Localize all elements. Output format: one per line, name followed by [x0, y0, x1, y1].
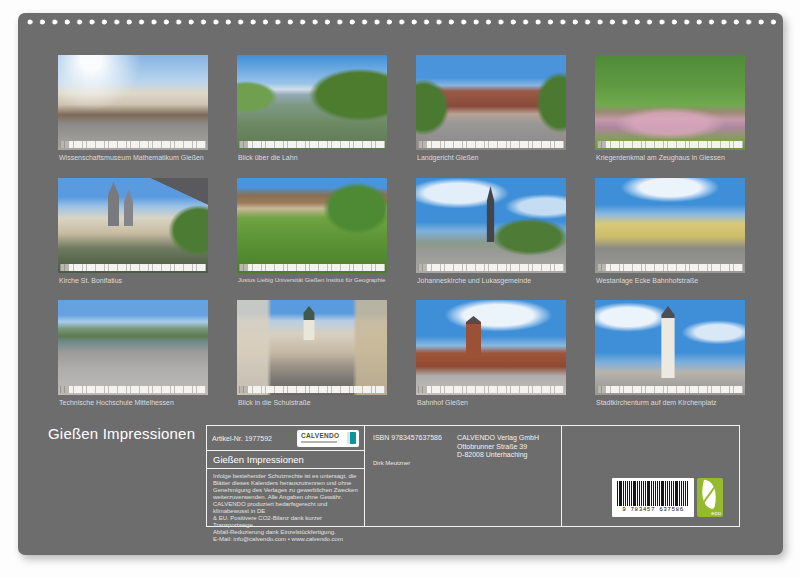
- calendar-page-thumbnail: Stadtkirchenturm auf dem Kirchenplatz: [595, 300, 745, 410]
- artikel-row: Artikel-Nr. 1977592 CALVENDO: [207, 426, 364, 451]
- date-strip: [418, 264, 564, 271]
- calvendo-logo: CALVENDO: [297, 430, 359, 447]
- thumbnail-caption: Blick in die Schulstraße: [238, 399, 311, 406]
- thumbnail-caption: Westanlage Ecke Bahnhofstraße: [596, 277, 698, 284]
- publisher-name: CALVENDO Verlag GmbH: [457, 434, 539, 443]
- barcode-number: 9 783457 637586: [612, 506, 694, 513]
- calendar-title-box: Gießen Impressionen: [207, 451, 364, 469]
- date-strip: [597, 386, 743, 393]
- church-dome-tower-shape: [301, 306, 317, 340]
- thumbnail-caption: Johanneskirche und Lukasgemeinde: [417, 277, 531, 284]
- date-strip: [60, 386, 206, 393]
- thumbnail-photo: [237, 178, 387, 273]
- thumbnail-photo: [595, 55, 745, 150]
- station-tower-shape: [466, 316, 481, 358]
- date-strip: [60, 264, 206, 271]
- thumbnail-photo: [58, 55, 208, 150]
- calvendo-calendar-icon: [347, 432, 356, 445]
- spiral-binding-holes: [25, 17, 776, 27]
- calendar-page-thumbnail: Wissenschaftsmuseum Mathematikum Gießen: [58, 55, 208, 165]
- calendar-page-thumbnail: Kirche St. Bonifatius: [58, 178, 208, 288]
- calvendo-logo-text: CALVENDO: [301, 432, 339, 439]
- date-strip: [60, 141, 206, 148]
- barcode-area: 9 783457 637586 eco: [612, 478, 723, 517]
- thumbnail-photo: [237, 300, 387, 395]
- isbn-text: ISBN 9783457637586: [373, 434, 442, 441]
- calendar-page-thumbnail: Kriegerdenkmal am Zeughaus in Giessen: [595, 55, 745, 165]
- artikel-nr: Artikel-Nr. 1977592: [212, 435, 272, 442]
- church-spire-shape: [124, 190, 133, 226]
- thumbnail-caption: Wissenschaftsmuseum Mathematikum Gießen: [59, 154, 204, 161]
- legal-text: Infolge bestehender Schutzrechte ist es …: [207, 469, 364, 547]
- thumbnail-photo: [58, 300, 208, 395]
- thumbnail-caption: Kirche St. Bonifatius: [59, 277, 122, 284]
- calendar-page-thumbnail: Johanneskirche und Lukasgemeinde: [416, 178, 566, 288]
- publisher-city: D-82008 Unterhaching: [457, 451, 539, 460]
- thumbnail-photo: [595, 300, 745, 395]
- church-spire-shape: [108, 182, 119, 226]
- thumbnail-caption: Kriegerdenkmal am Zeughaus in Giessen: [596, 154, 725, 161]
- calendar-page-thumbnail: Bahnhof Gießen: [416, 300, 566, 410]
- leaf-icon: [698, 480, 719, 510]
- publisher-address: CALVENDO Verlag GmbH Ottobrunner Straße …: [457, 434, 539, 460]
- calendar-page-thumbnail: Blick über die Lahn: [237, 55, 387, 165]
- author-name: Dirk Meutzner: [373, 460, 410, 466]
- calendar-page-thumbnail: Blick in die Schulstraße: [237, 300, 387, 410]
- white-church-tower-shape: [657, 306, 679, 378]
- date-strip: [239, 264, 385, 271]
- eco-label: eco: [711, 510, 721, 516]
- thumbnail-photo: [416, 178, 566, 273]
- calendar-page-thumbnail: Justus Liebig Universität Gießen Institu…: [237, 178, 387, 288]
- thumbnail-caption: Technische Hochschule Mittelhessen: [59, 399, 174, 406]
- eco-logo: eco: [697, 478, 723, 517]
- thumbnail-caption: Blick über die Lahn: [238, 154, 298, 161]
- thumbnail-photo: [595, 178, 745, 273]
- imprint-area: Artikel-Nr. 1977592 CALVENDO Gießen Impr…: [206, 425, 740, 527]
- publisher-street: Ottobrunner Straße 39: [457, 443, 539, 452]
- date-strip: [239, 386, 385, 393]
- calendar-page-thumbnail: Westanlage Ecke Bahnhofstraße: [595, 178, 745, 288]
- thumbnail-photo: [58, 178, 208, 273]
- calendar-title-large: Gießen Impressionen: [48, 425, 195, 442]
- thumbnail-photo: [416, 300, 566, 395]
- imprint-box-left: Artikel-Nr. 1977592 CALVENDO Gießen Impr…: [206, 425, 365, 527]
- calendar-page-thumbnail: Landgericht Gießen: [416, 55, 566, 165]
- thumbnail-caption: Landgericht Gießen: [417, 154, 478, 161]
- ean-barcode: 9 783457 637586: [612, 478, 694, 517]
- date-strip: [418, 386, 564, 393]
- barcode-bars: [617, 481, 689, 506]
- imprint-box-right: 9 783457 637586 eco: [561, 425, 740, 527]
- date-strip: [418, 141, 564, 148]
- date-strip: [597, 264, 743, 271]
- thumbnail-caption: Stadtkirchenturm auf dem Kirchenplatz: [596, 399, 717, 406]
- date-strip: [239, 141, 385, 148]
- church-spire-shape: [484, 186, 497, 242]
- back-cover-panel: Wissenschaftsmuseum Mathematikum Gießen …: [18, 13, 783, 555]
- calvendo-logo-tagline: [301, 441, 337, 443]
- date-strip: [597, 141, 743, 148]
- imprint-box-middle: ISBN 9783457637586 CALVENDO Verlag GmbH …: [364, 425, 562, 527]
- thumbnail-photo: [237, 55, 387, 150]
- thumbnail-caption: Bahnhof Gießen: [417, 399, 468, 406]
- calendar-back-cover-scan: Wissenschaftsmuseum Mathematikum Gießen …: [0, 0, 800, 577]
- calendar-page-thumbnail: Technische Hochschule Mittelhessen: [58, 300, 208, 410]
- thumbnail-photo: [416, 55, 566, 150]
- thumbnail-caption: Justus Liebig Universität Gießen Institu…: [238, 277, 385, 283]
